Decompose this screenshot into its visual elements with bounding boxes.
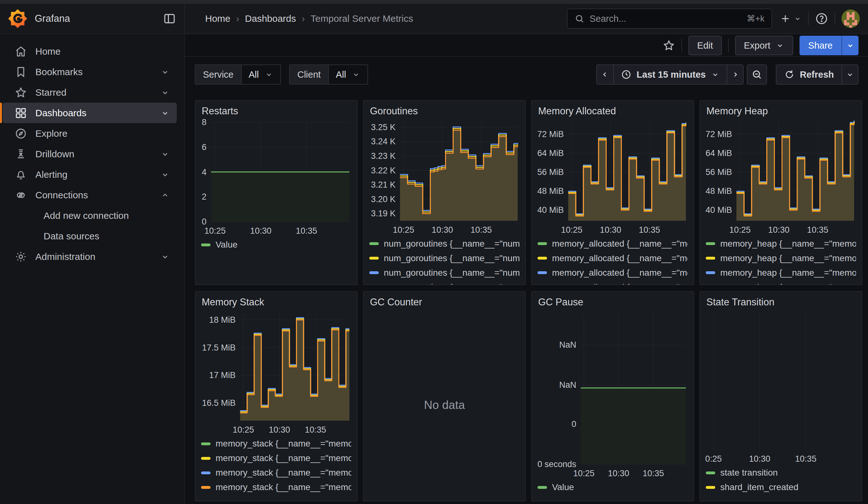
sidebar-item-data-sources[interactable]: Data sources — [2, 226, 177, 246]
time-series-chart[interactable]: 8642010:2510:3010:35 — [195, 119, 357, 237]
time-series-chart[interactable]: 18 MiB17.5 MiB17 MiB16.5 MiB10:2510:3010… — [195, 309, 357, 436]
legend-label: memory_stack {__name__="memory_s — [216, 482, 351, 492]
share-caret-button[interactable] — [841, 36, 859, 55]
time-shift-back-button[interactable] — [597, 65, 613, 84]
legend-item[interactable]: memory_allocated {__name__="memo — [538, 282, 688, 285]
legend-item[interactable]: Value — [538, 482, 688, 493]
legend-item[interactable]: num_goroutines {__name__="num_go — [369, 267, 519, 278]
svg-text:10:25: 10:25 — [393, 225, 414, 235]
svg-text:10:25: 10:25 — [232, 425, 254, 434]
legend-item[interactable]: memory_allocated {__name__="memo — [538, 238, 688, 249]
sidebar-item-add-new-connection[interactable]: Add new connection — [2, 205, 177, 226]
chevron-down-icon[interactable] — [161, 252, 170, 261]
sidebar-item-alerting[interactable]: Alerting — [2, 164, 177, 185]
sidebar-item-home[interactable]: Home — [2, 41, 177, 62]
grafana-logo[interactable] — [8, 9, 28, 29]
svg-text:3.23 K: 3.23 K — [371, 151, 395, 161]
time-series-chart[interactable]: 72 MiB64 MiB56 MiB48 MiB40 MiB10:2510:30… — [700, 119, 862, 236]
zoom-out-button[interactable] — [747, 64, 767, 85]
legend-item[interactable]: memory_stack {__name__="memory_s — [201, 467, 351, 478]
time-series-chart[interactable]: 0:2510:3010:35 — [700, 309, 862, 465]
legend-item[interactable]: num_goroutines {__name__="num_go — [369, 282, 519, 285]
sidebar-item-administration[interactable]: Administration — [2, 246, 177, 267]
legend-item[interactable]: num_goroutines {__name__="num_go — [369, 238, 519, 249]
legend-item[interactable]: memory_allocated {__name__="memo — [538, 253, 688, 264]
svg-text:10:30: 10:30 — [600, 225, 621, 235]
panel-title[interactable]: Restarts — [195, 101, 357, 119]
breadcrumb-home[interactable]: Home — [205, 13, 230, 24]
add-new-button[interactable] — [779, 13, 802, 24]
svg-text:10:35: 10:35 — [807, 225, 828, 235]
legend-item[interactable]: memory_heap {__name__="memory_h — [706, 267, 856, 278]
legend-swatch — [706, 257, 715, 260]
search-input[interactable]: Search... ⌘+k — [567, 9, 772, 29]
legend-label: memory_allocated {__name__="memo — [552, 268, 688, 278]
chevron-down-icon[interactable] — [161, 88, 170, 97]
legend-item[interactable]: memory_heap {__name__="memory_h — [706, 238, 856, 249]
legend-item[interactable]: num_goroutines {__name__="num_go — [369, 253, 519, 264]
refresh-icon — [784, 69, 795, 80]
sidebar-item-connections[interactable]: Connections — [2, 185, 177, 205]
time-series-chart[interactable]: 3.25 K3.24 K3.23 K3.22 K3.21 K3.20 K3.19… — [364, 119, 525, 236]
panel-title[interactable]: GC Pause — [532, 292, 693, 309]
panel-title[interactable]: Memory Allocated — [532, 101, 693, 119]
legend-swatch — [201, 457, 210, 460]
panel-title[interactable]: GC Counter — [364, 292, 525, 309]
chevron-down-icon[interactable] — [161, 170, 170, 179]
legend-item[interactable]: memory_stack {__name__="memory_s — [201, 438, 351, 449]
sidebar-item-drilldown[interactable]: Drilldown — [2, 144, 177, 164]
breadcrumb-separator: › — [302, 13, 305, 24]
sidebar-item-bookmarks[interactable]: Bookmarks — [2, 62, 177, 82]
legend-item[interactable]: memory_allocated {__name__="memo — [538, 267, 688, 278]
time-range-picker[interactable]: Last 15 minutes — [613, 65, 726, 84]
legend-item[interactable]: memory_heap {__name__="memory_h — [706, 282, 856, 285]
favorite-star-button[interactable] — [662, 39, 675, 52]
sidebar-item-explore[interactable]: Explore — [2, 123, 177, 144]
legend-item[interactable]: Value — [201, 239, 351, 250]
chevron-down-icon[interactable] — [161, 67, 170, 77]
legend-swatch — [369, 257, 379, 260]
legend-label: memory_heap {__name__="memory_h — [720, 253, 856, 263]
help-icon[interactable] — [815, 12, 828, 25]
share-button[interactable]: Share — [799, 36, 841, 55]
time-range-label: Last 15 minutes — [637, 70, 706, 80]
legend-item[interactable]: shard_item_created — [706, 482, 856, 493]
panel-title[interactable]: State Transition — [700, 292, 862, 309]
time-series-chart[interactable]: NaNNaN00 seconds10:2510:3010:35 — [532, 309, 693, 480]
legend-item[interactable]: memory_stack {__name__="memory_s — [201, 453, 351, 464]
legend-item[interactable]: state transition — [706, 467, 856, 478]
breadcrumb-dashboards[interactable]: Dashboards — [245, 13, 296, 24]
legend-swatch — [201, 486, 210, 489]
client-filter-label: Client — [290, 65, 329, 84]
refresh-button[interactable]: Refresh — [776, 65, 841, 84]
chevron-down-icon[interactable] — [161, 150, 170, 159]
sidebar-item-dashboards[interactable]: Dashboards — [2, 103, 177, 123]
dock-menu-icon[interactable] — [163, 12, 176, 25]
header-right: Home › Dashboards › Temporal Server Metr… — [185, 4, 868, 33]
client-filter-value: All — [336, 70, 346, 80]
legend-item[interactable]: memory_stack {__name__="memory_s — [201, 482, 351, 493]
chevron-down-icon[interactable] — [161, 108, 170, 118]
export-button[interactable]: Export — [735, 36, 793, 55]
chevron-up-icon[interactable] — [161, 191, 170, 200]
refresh-interval-caret[interactable] — [841, 65, 858, 84]
time-range-controls: Last 15 minutes — [596, 64, 744, 85]
legend-swatch — [369, 271, 379, 274]
svg-text:10:30: 10:30 — [432, 225, 453, 235]
legend-swatch — [201, 442, 210, 445]
svg-text:16.5 MiB: 16.5 MiB — [202, 398, 236, 408]
time-shift-forward-button[interactable] — [726, 65, 743, 84]
time-series-chart[interactable]: 72 MiB64 MiB56 MiB48 MiB40 MiB10:2510:30… — [532, 119, 693, 236]
svg-text:10:35: 10:35 — [471, 225, 492, 235]
panel-title[interactable]: Goroutines — [364, 101, 525, 119]
svg-text:18 MiB: 18 MiB — [209, 315, 236, 325]
panel-title[interactable]: Memory Stack — [195, 292, 357, 309]
edit-button[interactable]: Edit — [689, 36, 722, 55]
client-filter[interactable]: Client All — [289, 64, 368, 85]
user-avatar[interactable] — [841, 10, 860, 28]
panel-title[interactable]: Memory Heap — [700, 101, 862, 119]
legend-item[interactable]: memory_heap {__name__="memory_h — [706, 253, 856, 264]
service-filter[interactable]: Service All — [195, 64, 281, 85]
sidebar-item-starred[interactable]: Starred — [2, 82, 177, 103]
legend-label: num_goroutines {__name__="num_go — [384, 282, 519, 285]
